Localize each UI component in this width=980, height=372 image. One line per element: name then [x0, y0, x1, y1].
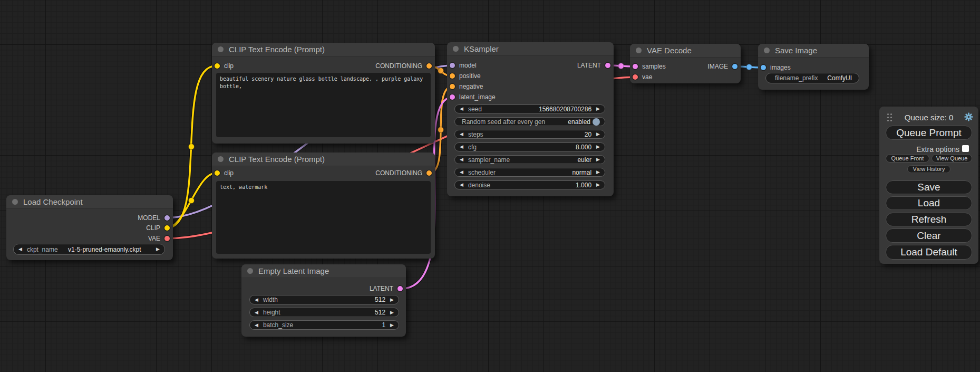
decrement-arrow-icon[interactable]: ◀ — [460, 107, 463, 111]
increment-arrow-icon[interactable]: ▶ — [390, 323, 394, 328]
latent-port-icon[interactable] — [450, 94, 455, 100]
node-empty-latent-image[interactable]: Empty Latent Image LATENT ◀ width 512 ▶ … — [241, 264, 406, 337]
load-button[interactable]: Load — [886, 196, 972, 210]
node-vae-decode[interactable]: VAE Decode samples vae IMAGE — [630, 44, 741, 83]
increment-arrow-icon[interactable]: ▶ — [596, 107, 600, 111]
clip-port-icon[interactable] — [164, 225, 170, 231]
denoise-stepper[interactable]: ◀ denoise 1.000 ▶ — [454, 180, 605, 189]
model-port-icon[interactable] — [450, 63, 455, 68]
prev-value-arrow-icon[interactable]: ◀ — [18, 247, 22, 252]
extra-options-checkbox[interactable] — [962, 145, 969, 152]
output-conditioning[interactable]: CONDITIONING — [375, 62, 432, 70]
model-port-icon[interactable] — [164, 215, 170, 221]
width-stepper[interactable]: ◀ width 512 ▶ — [249, 295, 399, 304]
steps-stepper[interactable]: ◀ steps 20 ▶ — [454, 130, 605, 139]
next-value-arrow-icon[interactable]: ▶ — [596, 157, 600, 162]
node-ksampler[interactable]: KSampler model positive negative latent_… — [447, 42, 614, 196]
output-model[interactable]: MODEL — [138, 214, 170, 222]
conditioning-port-icon[interactable] — [426, 170, 432, 176]
cfg-stepper[interactable]: ◀ cfg 8.000 ▶ — [454, 142, 605, 151]
load-default-button[interactable]: Load Default — [886, 245, 972, 260]
node-titlebar[interactable]: Empty Latent Image — [241, 264, 406, 278]
queue-prompt-button[interactable]: Queue Prompt — [886, 126, 972, 140]
latent-port-icon[interactable] — [605, 63, 610, 68]
input-model[interactable]: model — [450, 61, 477, 70]
node-titlebar[interactable]: CLIP Text Encode (Prompt) — [212, 43, 435, 56]
filename-prefix-field[interactable]: filename_prefix ComfyUI — [765, 73, 859, 83]
input-clip[interactable]: clip — [215, 169, 234, 177]
batch-size-stepper[interactable]: ◀ batch_size 1 ▶ — [249, 320, 399, 330]
toggle-knob-icon[interactable] — [593, 118, 600, 126]
collapse-dot-icon[interactable] — [218, 46, 224, 52]
output-clip[interactable]: CLIP — [146, 224, 170, 232]
latent-port-icon[interactable] — [397, 286, 403, 291]
save-button[interactable]: Save — [886, 180, 972, 194]
vae-port-icon[interactable] — [633, 74, 638, 80]
node-clip-text-encode-negative[interactable]: CLIP Text Encode (Prompt) clip CONDITION… — [212, 152, 435, 259]
ckpt-name-combo[interactable]: ◀ ckpt_name v1-5-pruned-emaonly.ckpt ▶ — [13, 244, 165, 255]
increment-arrow-icon[interactable]: ▶ — [596, 145, 600, 149]
input-samples[interactable]: samples — [633, 62, 666, 71]
prompt-textarea[interactable]: text, watermark — [216, 181, 431, 254]
refresh-button[interactable]: Refresh — [886, 213, 972, 226]
conditioning-port-icon[interactable] — [450, 84, 455, 89]
clip-port-icon[interactable] — [215, 63, 220, 69]
decrement-arrow-icon[interactable]: ◀ — [255, 298, 258, 302]
image-port-icon[interactable] — [761, 65, 766, 70]
output-image[interactable]: IMAGE — [707, 62, 738, 71]
prev-value-arrow-icon[interactable]: ◀ — [460, 170, 463, 175]
decrement-arrow-icon[interactable]: ◀ — [460, 145, 463, 149]
clip-port-icon[interactable] — [215, 170, 220, 176]
scheduler-combo[interactable]: ◀ scheduler normal ▶ — [454, 168, 605, 177]
node-load-checkpoint[interactable]: Load Checkpoint MODEL CLIP VAE ◀ ckpt_na… — [6, 195, 173, 260]
view-queue-button[interactable]: View Queue — [932, 154, 972, 163]
collapse-dot-icon[interactable] — [764, 47, 770, 53]
decrement-arrow-icon[interactable]: ◀ — [460, 183, 463, 187]
input-images[interactable]: images — [761, 63, 791, 72]
gear-icon[interactable] — [964, 112, 973, 121]
decrement-arrow-icon[interactable]: ◀ — [255, 310, 258, 315]
image-port-icon[interactable] — [732, 64, 738, 69]
output-latent[interactable]: LATENT — [577, 61, 610, 70]
clear-button[interactable]: Clear — [886, 228, 972, 243]
latent-port-icon[interactable] — [633, 64, 638, 69]
conditioning-port-icon[interactable] — [426, 63, 432, 69]
decrement-arrow-icon[interactable]: ◀ — [255, 323, 258, 328]
output-vae[interactable]: VAE — [148, 234, 170, 243]
conditioning-port-icon[interactable] — [450, 73, 455, 79]
output-conditioning[interactable]: CONDITIONING — [375, 169, 432, 177]
input-clip[interactable]: clip — [215, 62, 234, 70]
collapse-dot-icon[interactable] — [453, 46, 459, 52]
random-seed-toggle[interactable]: Random seed after every gen enabled — [454, 117, 605, 126]
output-latent[interactable]: LATENT — [370, 284, 403, 293]
decrement-arrow-icon[interactable]: ◀ — [460, 132, 463, 137]
next-value-arrow-icon[interactable]: ▶ — [156, 247, 160, 252]
collapse-dot-icon[interactable] — [218, 156, 224, 162]
increment-arrow-icon[interactable]: ▶ — [390, 298, 394, 302]
view-history-button[interactable]: View History — [907, 165, 950, 173]
collapse-dot-icon[interactable] — [247, 268, 253, 274]
node-titlebar[interactable]: KSampler — [447, 42, 614, 56]
node-titlebar[interactable]: Save Image — [758, 44, 869, 58]
prompt-textarea[interactable]: beautiful scenery nature glass bottle la… — [216, 73, 431, 137]
vae-port-icon[interactable] — [164, 236, 170, 241]
queue-front-button[interactable]: Queue Front — [886, 154, 929, 163]
collapse-dot-icon[interactable] — [12, 199, 18, 205]
increment-arrow-icon[interactable]: ▶ — [596, 183, 600, 187]
prev-value-arrow-icon[interactable]: ◀ — [460, 157, 463, 162]
seed-stepper[interactable]: ◀ seed 156680208700286 ▶ — [454, 104, 605, 113]
node-titlebar[interactable]: Load Checkpoint — [6, 195, 173, 209]
node-save-image[interactable]: Save Image images filename_prefix ComfyU… — [758, 44, 869, 90]
input-negative[interactable]: negative — [450, 82, 483, 91]
sampler-name-combo[interactable]: ◀ sampler_name euler ▶ — [454, 155, 605, 164]
input-latent-image[interactable]: latent_image — [450, 93, 496, 101]
increment-arrow-icon[interactable]: ▶ — [596, 132, 600, 137]
height-stepper[interactable]: ◀ height 512 ▶ — [249, 308, 399, 317]
next-value-arrow-icon[interactable]: ▶ — [596, 170, 600, 175]
node-clip-text-encode-positive[interactable]: CLIP Text Encode (Prompt) clip CONDITION… — [212, 43, 435, 144]
collapse-dot-icon[interactable] — [636, 47, 642, 53]
input-vae[interactable]: vae — [633, 73, 652, 81]
input-positive[interactable]: positive — [450, 72, 481, 80]
increment-arrow-icon[interactable]: ▶ — [390, 310, 394, 315]
node-titlebar[interactable]: CLIP Text Encode (Prompt) — [212, 152, 435, 166]
